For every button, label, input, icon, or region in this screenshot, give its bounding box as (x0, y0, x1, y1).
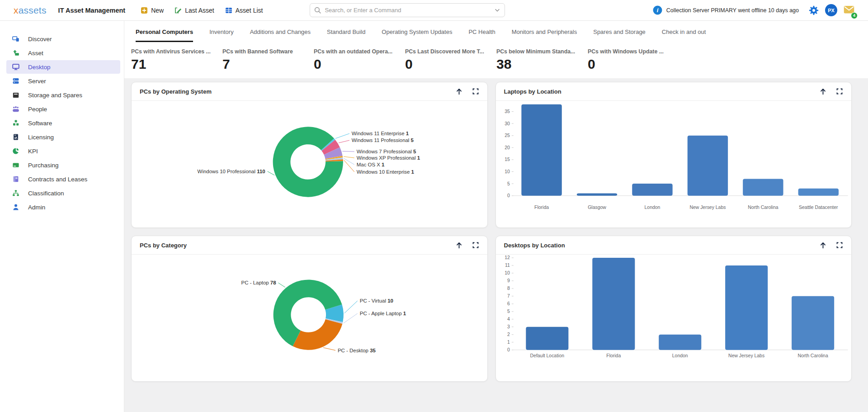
kpi-tile-3[interactable]: PCs Last Discovered More T...0 (405, 48, 496, 71)
donut-label: PC - Virtual 10 (360, 298, 393, 303)
sidebar-item-label: Storage and Spares (28, 92, 82, 99)
y-tick-label: 12 (505, 255, 510, 260)
tab-spares-and-storage[interactable]: Spares and Storage (593, 28, 646, 42)
new-button[interactable]: New (141, 7, 164, 14)
donut-label: Mac OS X 1 (357, 162, 385, 167)
y-tick-label: 5 (507, 309, 510, 314)
arrow-up-icon[interactable] (819, 242, 827, 249)
bar[interactable] (576, 193, 617, 195)
bar[interactable] (659, 335, 701, 350)
sidebar-item-discover[interactable]: Discover (6, 32, 120, 46)
last-asset-button[interactable]: Last Asset (175, 7, 214, 14)
gear-icon[interactable] (809, 5, 819, 15)
edit-icon (175, 7, 182, 14)
license-doc-icon (12, 133, 19, 141)
laptops-by-location-chart[interactable]: 05101520253035FloridaGlasgowLondonNew Je… (496, 101, 852, 228)
x-category-label: London (672, 353, 688, 358)
tab-additions-and-changes[interactable]: Additions and Changes (250, 28, 311, 42)
kpi-tile-0[interactable]: PCs with Antivirus Services ...71 (131, 48, 222, 71)
kpi-value: 0 (588, 57, 679, 71)
tab-pc-health[interactable]: PC Health (468, 28, 495, 42)
kpi-tile-5[interactable]: PCs with Windows Update ...0 (588, 48, 679, 71)
panel-header: PCs by Category (132, 236, 487, 255)
expand-icon[interactable] (472, 88, 479, 95)
sidebar-item-server[interactable]: Server (6, 74, 120, 88)
kpi-value: 7 (222, 57, 314, 71)
avatar[interactable]: PX (825, 4, 837, 16)
asset-upload-icon (12, 49, 19, 57)
sidebar-item-licensing[interactable]: Licensing (6, 130, 120, 144)
expand-icon[interactable] (472, 242, 479, 249)
panel-pcs-by-operating-system: PCs by Operating System Windows 11 Enter… (131, 82, 488, 228)
sidebar-item-contracts-and-leases[interactable]: Contracts and Leases (6, 172, 120, 186)
sidebar-item-kpi[interactable]: KPI (6, 144, 120, 158)
sidebar-item-label: Asset (28, 50, 43, 57)
bar[interactable] (798, 189, 838, 196)
arrow-up-icon[interactable] (819, 88, 827, 95)
y-tick-label: 7 (507, 294, 510, 298)
sidebar-item-label: KPI (28, 148, 38, 155)
y-tick-label: 15 (505, 157, 510, 162)
tab-check-in-and-out[interactable]: Check in and out (662, 28, 706, 42)
kpi-tile-1[interactable]: PCs with Banned Software7 (222, 48, 314, 71)
sidebar-item-software[interactable]: Software (6, 116, 120, 130)
bar[interactable] (743, 179, 783, 195)
bar[interactable] (632, 184, 672, 196)
tab-personal-computers[interactable]: Personal Computers (136, 28, 193, 42)
bar[interactable] (521, 104, 561, 196)
header-right-group: i Collection Server PRIMARY went offline… (653, 4, 854, 17)
xassets-logo[interactable]: xassets (14, 5, 47, 16)
y-tick-label: 4 (507, 317, 510, 322)
kpi-label: PCs with an outdated Opera... (314, 48, 405, 55)
search-input[interactable] (310, 3, 505, 17)
bar[interactable] (526, 327, 568, 350)
chevron-down-icon[interactable] (494, 7, 500, 15)
donut-label: Windows 11 Enterprise 1 (352, 131, 409, 136)
tab-inventory[interactable]: Inventory (209, 28, 233, 42)
notification: i Collection Server PRIMARY went offline… (653, 5, 799, 15)
asset-list-button[interactable]: Asset List (225, 7, 263, 14)
person-icon (12, 204, 19, 211)
expand-icon[interactable] (836, 88, 843, 95)
new-label: New (151, 7, 164, 14)
y-tick-label: 8 (507, 286, 510, 291)
sidebar-item-desktop[interactable]: Desktop (6, 60, 120, 74)
tab-monitors-and-peripherals[interactable]: Monitors and Peripherals (512, 28, 577, 42)
pcs-by-operating-system-chart[interactable]: Windows 11 Enterprise 1Windows 11 Profes… (132, 101, 487, 228)
expand-icon[interactable] (836, 242, 843, 249)
bar[interactable] (687, 136, 727, 196)
bar[interactable] (725, 265, 768, 350)
desktops-by-location-chart[interactable]: 0123456789101112Default LocationFloridaL… (496, 255, 852, 382)
sidebar-item-asset[interactable]: Asset (6, 46, 120, 60)
pcs-by-category-chart[interactable]: PC - Virtual 10PC - Apple Laptop 1PC - D… (132, 255, 487, 382)
donut-slice[interactable] (293, 319, 343, 350)
devices-icon (12, 35, 19, 43)
sidebar-item-admin[interactable]: Admin (6, 200, 120, 214)
search-icon (314, 6, 321, 16)
sidebar-item-people[interactable]: People (6, 102, 120, 116)
info-icon[interactable]: i (653, 5, 662, 15)
mail-button[interactable]: 4 (844, 4, 854, 17)
tab-operating-system-updates[interactable]: Operating System Updates (382, 28, 452, 42)
plus-square-icon (141, 7, 148, 14)
panel-title: PCs by Category (140, 242, 187, 249)
logo-rest: assets (19, 5, 47, 16)
kpi-value: 0 (314, 57, 405, 71)
arrow-up-icon[interactable] (455, 242, 463, 249)
bar[interactable] (592, 258, 635, 350)
tab-standard-build[interactable]: Standard Build (327, 28, 365, 42)
y-tick-label: 10 (505, 169, 510, 174)
kpi-tile-2[interactable]: PCs with an outdated Opera...0 (314, 48, 405, 71)
last-asset-label: Last Asset (185, 7, 214, 14)
sidebar-item-classification[interactable]: Classification (6, 186, 120, 200)
x-category-label: Seattle Datacenter (799, 205, 838, 210)
header-actions: NewLast AssetAsset List (141, 7, 263, 14)
kpi-tile-4[interactable]: PCs below Minimum Standa...38 (496, 48, 588, 71)
donut-slice[interactable] (273, 127, 343, 197)
sidebar-item-label: People (28, 106, 47, 113)
sidebar-item-purchasing[interactable]: Purchasing (6, 158, 120, 172)
sidebar-item-storage-and-spares[interactable]: Storage and Spares (6, 88, 120, 102)
donut-label: Windows 10 Professional 110 (198, 169, 265, 174)
arrow-up-icon[interactable] (455, 88, 463, 95)
bar[interactable] (792, 296, 834, 350)
